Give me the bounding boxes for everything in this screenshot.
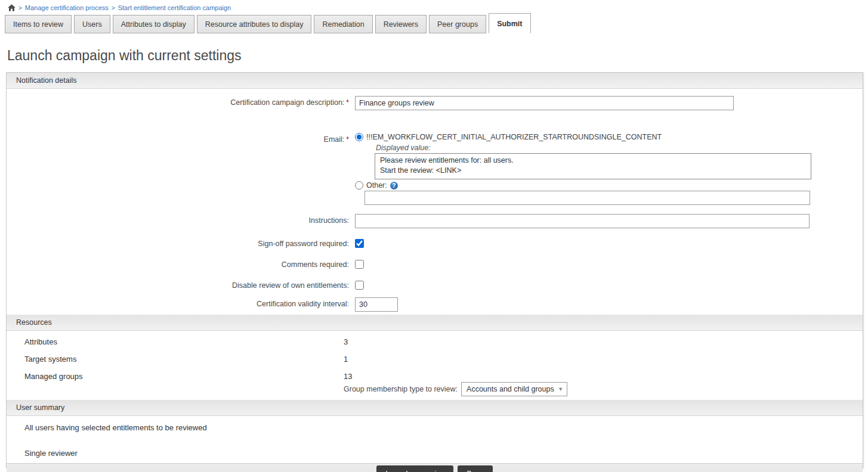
managed-groups-label: Managed groups xyxy=(24,372,344,381)
email-other-label: Other: xyxy=(366,181,387,190)
tab-attributes-to-display[interactable]: Attributes to display xyxy=(113,15,194,33)
row-group-membership-type: Group membership type to review: Account… xyxy=(344,382,863,396)
validity-interval-input[interactable] xyxy=(355,297,398,312)
email-other-radio[interactable] xyxy=(355,181,363,190)
required-marker: * xyxy=(346,135,349,144)
breadcrumb-link-start-campaign[interactable]: Start entitlement certification campaign xyxy=(118,4,231,11)
resources-summary: Attributes 3 Target systems 1 Managed gr… xyxy=(7,331,863,400)
disable-own-review-checkbox[interactable] xyxy=(355,281,364,290)
comments-required-checkbox[interactable] xyxy=(355,260,364,269)
tab-peer-groups[interactable]: Peer groups xyxy=(429,15,486,33)
user-summary-reviewer-line: Single reviewer xyxy=(24,449,863,458)
tab-items-to-review[interactable]: Items to review xyxy=(5,15,72,33)
displayed-value-line2: Start the review: <LINK> xyxy=(380,166,806,176)
managed-groups-value: 13 xyxy=(344,372,863,381)
breadcrumb-separator: > xyxy=(112,5,115,11)
validity-interval-label: Certification validity interval: xyxy=(7,297,349,308)
tab-submit[interactable]: Submit xyxy=(489,13,530,33)
tab-users[interactable]: Users xyxy=(74,15,110,33)
row-campaign-description: Certification campaign description:* xyxy=(7,96,863,110)
tab-bar: Items to review Users Attributes to disp… xyxy=(0,13,868,33)
displayed-value-line1: Please review entitlements for: all user… xyxy=(380,156,806,166)
section-header-notification-details: Notification details xyxy=(7,73,863,89)
row-validity-interval: Certification validity interval: xyxy=(7,297,863,312)
attributes-label: Attributes xyxy=(24,337,344,346)
comments-required-label: Comments required: xyxy=(7,258,349,269)
group-membership-selected-value: Accounts and child groups xyxy=(467,385,554,393)
section-header-user-summary: User summary xyxy=(7,400,863,416)
signoff-password-checkbox[interactable] xyxy=(355,239,364,248)
row-instructions: Instructions: xyxy=(7,214,863,228)
disable-own-review-label: Disable review of own entitlements: xyxy=(7,279,349,290)
breadcrumb: > Manage certification process > Start e… xyxy=(0,0,868,13)
help-icon[interactable]: ? xyxy=(390,182,398,190)
footer-action-bar: Launch campaign Save xyxy=(7,463,863,472)
group-membership-label: Group membership type to review: xyxy=(344,385,458,393)
campaign-description-input[interactable] xyxy=(355,96,734,110)
save-button[interactable]: Save xyxy=(458,465,493,472)
row-email: Email:* !!!EM_WORKFLOW_CERT_INITIAL_AUTH… xyxy=(7,133,863,205)
instructions-label: Instructions: xyxy=(7,214,349,225)
resource-row-managed-groups: Managed groups 13 xyxy=(7,372,863,381)
breadcrumb-link-manage-certification[interactable]: Manage certification process xyxy=(25,4,109,11)
campaign-description-label: Certification campaign description:* xyxy=(7,96,349,107)
target-systems-label: Target systems xyxy=(24,355,344,364)
tab-resource-attributes-to-display[interactable]: Resource attributes to display xyxy=(197,15,312,33)
row-comments-required: Comments required: xyxy=(7,258,863,271)
chevron-down-icon: ▼ xyxy=(558,386,563,392)
instructions-input[interactable] xyxy=(355,214,810,228)
resource-row-target-systems: Target systems 1 xyxy=(7,355,863,364)
displayed-value-label: Displayed value: xyxy=(376,144,863,152)
row-signoff-password: Sign-off password required: xyxy=(7,237,863,250)
email-other-input[interactable] xyxy=(365,191,810,205)
home-icon[interactable] xyxy=(8,4,16,11)
resource-row-attributes: Attributes 3 xyxy=(7,337,863,346)
email-template-radio[interactable] xyxy=(355,133,363,141)
notification-form: Certification campaign description:* Ema… xyxy=(7,89,863,315)
email-other-option: Other: ? xyxy=(355,181,863,190)
email-template-option: !!!EM_WORKFLOW_CERT_INITIAL_AUTHORIZER_S… xyxy=(355,133,863,141)
signoff-password-label: Sign-off password required: xyxy=(7,237,349,248)
target-systems-value: 1 xyxy=(344,355,863,364)
email-template-label: !!!EM_WORKFLOW_CERT_INITIAL_AUTHORIZER_S… xyxy=(366,133,662,141)
section-header-resources: Resources xyxy=(7,315,863,331)
attributes-value: 3 xyxy=(344,337,863,346)
required-marker: * xyxy=(346,98,349,107)
launch-campaign-button[interactable]: Launch campaign xyxy=(376,465,453,472)
user-summary-body: All users having selected entitlements t… xyxy=(7,416,863,463)
breadcrumb-separator: > xyxy=(18,5,22,11)
page-title: Launch campaign with current settings xyxy=(0,33,868,72)
tab-remediation[interactable]: Remediation xyxy=(314,15,372,33)
user-summary-users-line: All users having selected entitlements t… xyxy=(24,423,863,432)
email-label: Email:* xyxy=(7,133,349,144)
row-disable-own-review: Disable review of own entitlements: xyxy=(7,279,863,292)
displayed-value-box: Please review entitlements for: all user… xyxy=(375,153,811,179)
tab-reviewers[interactable]: Reviewers xyxy=(375,15,427,33)
group-membership-select[interactable]: Accounts and child groups ▼ xyxy=(461,382,567,396)
main-panel: Notification details Certification campa… xyxy=(6,72,863,468)
